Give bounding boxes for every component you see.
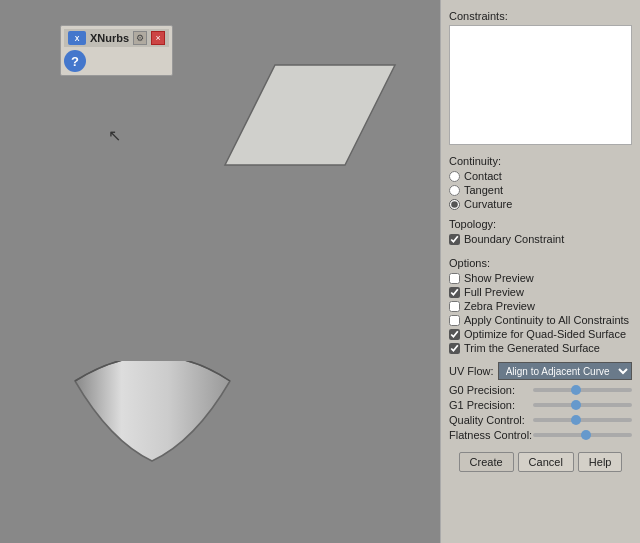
checkbox-boundary[interactable]: Boundary Constraint [449,233,632,245]
radio-curvature-label: Curvature [464,198,512,210]
cancel-button[interactable]: Cancel [518,452,574,472]
constraints-box[interactable] [449,25,632,145]
options-label: Options: [449,257,632,269]
full-preview-label: Full Preview [464,286,524,298]
flatness-control-label: Flatness Control: [449,429,529,441]
xnurbs-gear-button[interactable]: ⚙ [133,31,147,45]
flatness-control-track[interactable] [533,433,632,437]
g1-precision-row: G1 Precision: [449,399,632,411]
checkbox-boundary-label: Boundary Constraint [464,233,564,245]
checkbox-full-preview[interactable]: Full Preview [449,286,632,298]
uv-flow-row: UV Flow: Align to Adjacent Curve Auto Ma… [449,362,632,380]
options-checkbox-group: Show Preview Full Preview Zebra Preview … [449,272,632,354]
g0-precision-row: G0 Precision: [449,384,632,396]
uv-flow-select[interactable]: Align to Adjacent Curve Auto Manual [498,362,632,380]
flatness-control-row: Flatness Control: [449,429,632,441]
mouse-cursor: ↖ [108,126,121,145]
checkbox-zebra-preview[interactable]: Zebra Preview [449,300,632,312]
constraints-label: Constraints: [449,10,632,22]
quality-control-label: Quality Control: [449,414,529,426]
g1-precision-track[interactable] [533,403,632,407]
xnurbs-panel: X XNurbs ⚙ × ? [60,25,173,76]
svg-marker-0 [225,65,395,165]
quality-control-row: Quality Control: [449,414,632,426]
help-button[interactable]: Help [578,452,623,472]
xnurbs-logo-icon: X [68,31,86,45]
g1-precision-label: G1 Precision: [449,399,529,411]
xnurbs-help-button[interactable]: ? [64,50,86,72]
topology-checkbox-group: Boundary Constraint [449,233,632,245]
3d-curve-shape [65,361,240,493]
flatness-control-thumb[interactable] [581,430,591,440]
quality-control-track[interactable] [533,418,632,422]
continuity-label: Continuity: [449,155,632,167]
properties-panel: Constraints: Continuity: Contact Tangent… [440,0,640,543]
xnurbs-title-bar: X XNurbs ⚙ × [64,29,169,47]
radio-contact-label: Contact [464,170,502,182]
radio-contact[interactable]: Contact [449,170,632,182]
g0-precision-track[interactable] [533,388,632,392]
3d-viewport[interactable]: X XNurbs ⚙ × ? ↖ [0,0,440,543]
topology-label: Topology: [449,218,632,230]
optimize-quad-label: Optimize for Quad-Sided Surface [464,328,626,340]
radio-tangent-label: Tangent [464,184,503,196]
quality-control-thumb[interactable] [571,415,581,425]
continuity-radio-group: Contact Tangent Curvature [449,170,632,210]
radio-curvature[interactable]: Curvature [449,198,632,210]
checkbox-trim-surface[interactable]: Trim the Generated Surface [449,342,632,354]
options-section: Options: Show Preview Full Preview Zebra… [449,253,632,358]
xnurbs-title: XNurbs [90,32,129,44]
checkbox-apply-continuity[interactable]: Apply Continuity to All Constraints [449,314,632,326]
bottom-buttons: Create Cancel Help [449,452,632,472]
g1-precision-thumb[interactable] [571,400,581,410]
show-preview-label: Show Preview [464,272,534,284]
uv-flow-label: UV Flow: [449,365,494,377]
topology-section: Topology: Boundary Constraint [449,214,632,249]
radio-tangent[interactable]: Tangent [449,184,632,196]
checkbox-show-preview[interactable]: Show Preview [449,272,632,284]
g0-precision-thumb[interactable] [571,385,581,395]
create-button[interactable]: Create [459,452,514,472]
checkbox-optimize-quad[interactable]: Optimize for Quad-Sided Surface [449,328,632,340]
trim-surface-label: Trim the Generated Surface [464,342,600,354]
apply-continuity-label: Apply Continuity to All Constraints [464,314,629,326]
zebra-preview-label: Zebra Preview [464,300,535,312]
xnurbs-close-button[interactable]: × [151,31,165,45]
g0-precision-label: G0 Precision: [449,384,529,396]
